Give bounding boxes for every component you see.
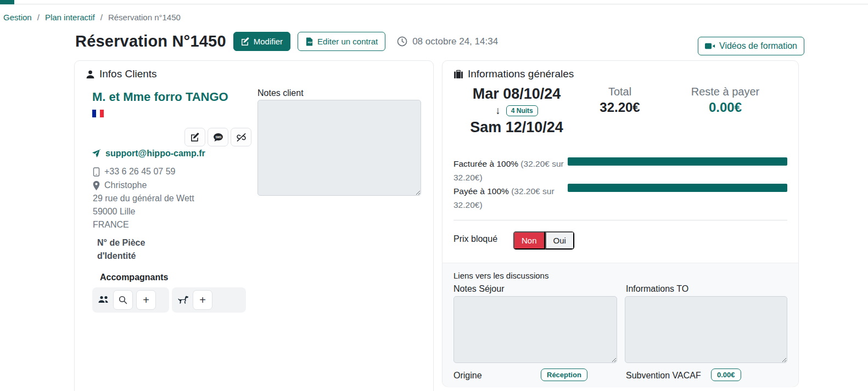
stay-notes-textarea[interactable] [453, 296, 617, 363]
clock-icon [397, 36, 407, 47]
breadcrumb-current: Réservation n°1450 [108, 13, 181, 22]
search-icon [119, 296, 127, 304]
dog-icon [177, 295, 189, 305]
origin-badge[interactable]: Réception [541, 369, 587, 381]
reservation-page: Gestion / Plan interactif / Réservation … [0, 0, 868, 391]
general-card-title: Informations générales [468, 68, 574, 80]
paid-progress-bar [568, 184, 787, 192]
departure-date: Sam 12/10/24 [453, 119, 580, 136]
briefcase-icon [453, 69, 463, 79]
vacaf-badge[interactable]: 0.00€ [711, 369, 741, 381]
map-pin-icon [93, 181, 100, 190]
general-card-header: Informations générales [443, 61, 798, 80]
price-locked-yes-button[interactable]: Oui [545, 231, 574, 250]
paid-progress-fill [568, 184, 787, 192]
origin-label: Origine [453, 371, 482, 381]
client-email[interactable]: support@hippo-camp.fr [92, 149, 205, 158]
edit-contract-button[interactable]: PDF Editer un contrat [298, 32, 385, 51]
divider [453, 220, 787, 220]
video-camera-icon [705, 42, 715, 50]
timestamp-text: 08 octobre 24, 14:34 [412, 36, 498, 47]
companions-pets-group: + [172, 287, 246, 313]
client-email-text: support@hippo-camp.fr [105, 149, 205, 158]
discussions-title: Liens vers les discussions [453, 271, 548, 280]
remaining-label: Reste à payer [676, 86, 775, 98]
search-companion-button[interactable] [113, 290, 133, 310]
pdf-file-icon: PDF [305, 37, 313, 46]
discussions-section: Liens vers les discussions Notes Séjour … [443, 263, 798, 387]
unlink-button[interactable] [231, 128, 251, 146]
remaining-value: 0.00€ [676, 100, 775, 115]
unlink-icon [236, 133, 247, 142]
client-info-card: Infos Clients M. et Mme forro TANGO SMS [74, 60, 434, 391]
vacaf-label: Subvention VACAF [626, 371, 701, 381]
arrow-down-icon: ↓ [495, 105, 501, 117]
stay-notes-label: Notes Séjour [453, 284, 505, 294]
client-contact-name: Christophe [104, 180, 147, 190]
id-piece-label: N° de Pièce d'Identité [97, 236, 160, 263]
top-left-accent [0, 0, 14, 4]
companions-label: Accompagnants [100, 273, 168, 282]
invoiced-line: Facturée à 100% (32.20€ sur 32.20€) [453, 157, 569, 184]
paid-line: Payée à 100% (32.20€ sur 32.20€) [453, 184, 569, 212]
person-icon [86, 70, 95, 79]
price-locked-label: Prix bloqué [453, 234, 497, 244]
plus-icon: + [143, 294, 149, 307]
edit-contract-button-label: Editer un contrat [317, 37, 378, 46]
client-notes-textarea[interactable] [257, 100, 421, 196]
paid-label: Payée à 100% [453, 186, 509, 196]
invoiced-progress-bar [568, 157, 787, 166]
client-card-header: Infos Clients [75, 61, 433, 80]
breadcrumb: Gestion / Plan interactif / Réservation … [3, 13, 181, 22]
client-phone-row: +33 6 26 45 07 59 [93, 167, 175, 177]
pencil-square-icon [191, 133, 200, 142]
total-column: Total 32.20€ [581, 86, 658, 115]
edit-client-button[interactable] [184, 128, 205, 146]
to-info-label: Informations TO [626, 284, 688, 294]
client-address-line2: 59000 Lille [93, 207, 135, 217]
breadcrumb-link-plan-interactif[interactable]: Plan interactif [45, 13, 95, 22]
total-value: 32.20€ [581, 100, 658, 115]
nights-badge[interactable]: 4 Nuits [506, 105, 538, 116]
france-flag-icon [92, 110, 104, 117]
breadcrumb-separator: / [100, 13, 103, 22]
total-label: Total [581, 86, 658, 98]
companions-people-group: + [92, 287, 169, 313]
breadcrumb-link-gestion[interactable]: Gestion [3, 13, 32, 22]
add-pet-button[interactable]: + [193, 290, 212, 310]
last-modified-time: 08 octobre 24, 14:34 [397, 36, 498, 47]
plus-icon: + [199, 294, 206, 307]
client-address-line3: FRANCE [93, 220, 129, 230]
svg-text:PDF: PDF [308, 41, 312, 43]
client-name[interactable]: M. et Mme forro TANGO [92, 90, 228, 104]
training-videos-button[interactable]: Vidéos de formation [698, 37, 804, 55]
invoiced-label: Facturée à 100% [453, 159, 518, 168]
stay-dates: Mar 08/10/24 ↓ 4 Nuits Sam 12/10/24 [453, 86, 580, 136]
svg-text:SMS: SMS [215, 135, 222, 138]
client-phone-text: +33 6 26 45 07 59 [104, 167, 175, 177]
modify-button-label: Modifier [254, 37, 283, 46]
client-location-row: Christophe [93, 180, 147, 190]
remaining-column: Reste à payer 0.00€ [676, 86, 775, 115]
to-info-textarea[interactable] [625, 296, 787, 363]
modify-button[interactable]: Modifier [233, 32, 290, 51]
invoiced-progress-fill [568, 157, 787, 166]
paper-plane-icon [92, 149, 101, 158]
client-action-buttons: SMS [184, 128, 251, 146]
price-locked-toggle: Non Oui [513, 231, 575, 250]
page-header: Réservation N°1450 Modifier PDF Editer u… [75, 32, 498, 51]
general-info-card: Informations générales Mar 08/10/24 ↓ 4 … [442, 60, 799, 387]
arrival-date: Mar 08/10/24 [453, 86, 580, 103]
sms-button[interactable]: SMS [208, 128, 228, 146]
client-card-title: Infos Clients [99, 68, 157, 80]
people-group-icon [98, 295, 110, 305]
add-companion-button[interactable]: + [136, 290, 156, 310]
price-locked-no-button[interactable]: Non [513, 231, 545, 250]
pencil-square-icon [241, 37, 250, 46]
sms-bubble-icon: SMS [213, 133, 223, 142]
client-notes-label: Notes client [257, 88, 304, 98]
nights-row: ↓ 4 Nuits [453, 105, 580, 117]
training-videos-button-label: Vidéos de formation [719, 41, 797, 51]
top-border-bar [0, 0, 868, 4]
client-address-line1: 29 rue du général de Wett [93, 194, 194, 203]
